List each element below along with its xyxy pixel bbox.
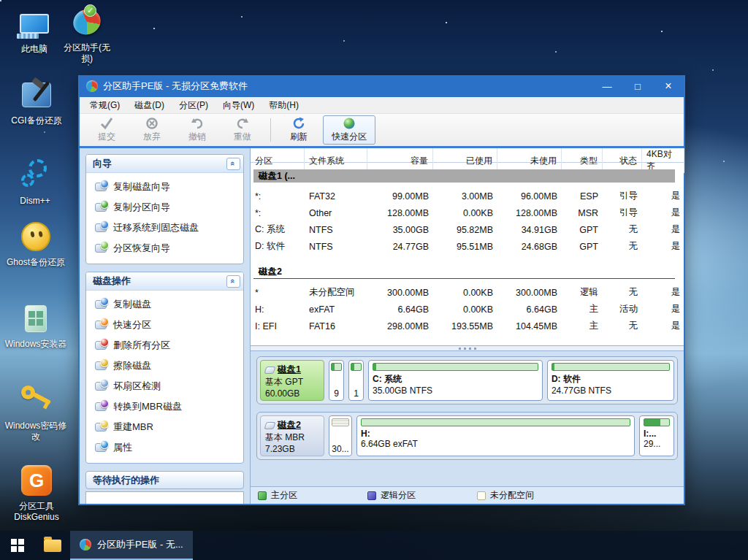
menubar: 常规(G) 磁盘(D) 分区(P) 向导(W) 帮助(H) — [80, 97, 684, 114]
usage-bar — [361, 418, 630, 426]
pending-operations-list[interactable] — [85, 491, 244, 504]
disk-operations-section: 磁盘操作 « 复制磁盘 快速分区 删除所有分区 擦除磁盘 坏扇区检测 转换到MB… — [85, 272, 244, 464]
primary-partition-swatch — [258, 491, 267, 500]
partition-block-h[interactable]: H: 6.64GB exFAT — [356, 415, 635, 456]
titlebar[interactable]: 分区助手PE版 - 无损分区免费软件 — □ × — [80, 75, 684, 97]
undo-icon — [190, 117, 205, 130]
splitter-handle[interactable] — [251, 345, 684, 351]
app-icon — [80, 539, 91, 551]
desktop-icon-partition-assistant[interactable]: ✓ 分区助手(无损) — [60, 4, 114, 64]
menu-partition[interactable]: 分区(P) — [172, 97, 215, 114]
table-row[interactable]: C: 系统NTFS35.00GB95.82MB34.91GBGPT无是 — [251, 221, 684, 238]
usage-bar — [373, 363, 538, 371]
undo-button[interactable]: 撤销 — [176, 115, 218, 145]
copy-partition-wizard-icon — [95, 203, 107, 212]
table-row[interactable]: *未分配空间300.00MB0.00KB300.00MB逻辑无是 — [251, 284, 684, 301]
collapse-icon[interactable]: « — [226, 158, 240, 170]
start-button[interactable] — [0, 531, 35, 560]
partition-block-msr[interactable]: 1 — [348, 360, 364, 401]
disk2-group-header[interactable]: 磁盘2 — [253, 266, 675, 279]
sidebar-item-delete-all-partitions[interactable]: 删除所有分区 — [86, 335, 243, 356]
toolbar-separator — [270, 118, 271, 142]
disk1-label[interactable]: 磁盘1 基本 GPT 60.00GB — [260, 360, 324, 401]
sidebar-item-properties[interactable]: 属性 — [86, 437, 243, 458]
legend-bar: 主分区 逻辑分区 未分配空间 — [251, 486, 684, 504]
sidebar: 向导 « 复制磁盘向导 复制分区向导 迁移系统到固态磁盘 分区恢复向导 磁盘操作… — [80, 148, 251, 504]
file-explorer-button[interactable] — [35, 531, 70, 560]
usage-bar — [351, 363, 362, 371]
sidebar-item-quick-partition[interactable]: 快速分区 — [86, 315, 243, 335]
desktop-icon-windows-installer[interactable]: Windows安装器 — [4, 301, 67, 350]
disk2-label[interactable]: 磁盘2 基本 MBR 7.23GB — [260, 415, 324, 456]
quick-partition-icon — [342, 117, 356, 130]
sidebar-item-bad-sector-check[interactable]: 坏扇区检测 — [86, 376, 243, 396]
desktop-icon-diskgenius[interactable]: G 分区工具DiskGenius — [1, 463, 72, 523]
windows-logo-icon — [11, 539, 24, 552]
sidebar-item-migrate-os-to-ssd[interactable]: 迁移系统到固态磁盘 — [86, 218, 243, 238]
desktop-icon-dism[interactable]: Dism++ — [6, 158, 64, 207]
sidebar-item-copy-partition-wizard[interactable]: 复制分区向导 — [86, 197, 243, 218]
cgi-backup-icon — [22, 77, 51, 112]
partition-recovery-icon — [95, 244, 107, 253]
table-header: 分区 文件系统 容量 已使用 未使用 类型 状态 4KB对齐 — [251, 148, 684, 163]
partition-block-unallocated[interactable]: 30... — [329, 415, 352, 456]
discard-icon — [145, 117, 159, 130]
wizard-section: 向导 « 复制磁盘向导 复制分区向导 迁移系统到固态磁盘 分区恢复向导 — [85, 154, 244, 264]
refresh-button[interactable]: 刷新 — [278, 115, 320, 145]
wizard-section-header[interactable]: 向导 « — [86, 155, 243, 173]
table-row[interactable]: H:exFAT6.64GB0.00KB6.64GB主活动是 — [251, 301, 684, 318]
table-row[interactable]: *:FAT3299.00MB3.00MB96.00MBESP引导是 — [251, 188, 684, 204]
sidebar-item-partition-recovery-wizard[interactable]: 分区恢复向导 — [86, 238, 243, 258]
usage-bar — [644, 418, 670, 426]
table-row[interactable]: *:Other128.00MB0.00KB128.00MBMSR引导是 — [251, 204, 684, 221]
taskbar: 分区助手PE版 - 无... — [0, 531, 748, 560]
menu-general[interactable]: 常规(G) — [83, 97, 127, 114]
desktop-icon-cgi-backup[interactable]: CGI备份还原 — [1, 77, 72, 126]
disk-icon — [264, 367, 275, 374]
redo-button[interactable]: 重做 — [221, 115, 264, 145]
redo-icon — [235, 117, 250, 130]
discard-button[interactable]: 放弃 — [131, 115, 173, 145]
partition-block-d[interactable]: D: 软件 24.77GB NTFS — [547, 360, 674, 401]
maximize-button[interactable]: □ — [622, 75, 653, 97]
close-button[interactable]: × — [653, 75, 684, 97]
table-row[interactable]: I: EFIFAT16298.00MB193.55MB104.45MB主无是 — [251, 318, 684, 334]
convert-to-mbr-icon — [95, 402, 107, 411]
partition-assistant-window: 分区助手PE版 - 无损分区免费软件 — □ × 常规(G) 磁盘(D) 分区(… — [78, 75, 685, 505]
legend-logical-partition: 逻辑分区 — [367, 489, 477, 502]
table-row[interactable]: D: 软件NTFS24.77GB95.51MB24.68GBGPT无是 — [251, 238, 684, 255]
partition-block-c[interactable]: C: 系统 35.00GB NTFS — [368, 360, 543, 401]
taskbar-task-partition-assistant[interactable]: 分区助手PE版 - 无... — [70, 531, 193, 560]
disk2-panel: 磁盘2 基本 MBR 7.23GB 30... H: 6.64GB exFAT — [256, 412, 678, 460]
disk1-group-header[interactable]: 磁盘1 (... — [253, 169, 675, 183]
desktop-icon-windows-password[interactable]: Windows密码修改 — [4, 383, 67, 442]
sidebar-item-copy-disk-wizard[interactable]: 复制磁盘向导 — [86, 177, 243, 197]
quick-partition-button[interactable]: 快速分区 — [323, 115, 375, 145]
menu-disk[interactable]: 磁盘(D) — [127, 97, 172, 114]
folder-icon — [44, 540, 61, 552]
diskgenius-icon: G — [21, 463, 52, 498]
disk-operations-header[interactable]: 磁盘操作 « — [86, 272, 243, 291]
pending-operations-header[interactable]: 等待执行的操作 — [85, 471, 244, 489]
disk1-panel: 磁盘1 基本 GPT 60.00GB 9 1 — [256, 356, 678, 404]
main-panel: 分区 文件系统 容量 已使用 未使用 类型 状态 4KB对齐 磁盘1 (... … — [251, 148, 684, 504]
migrate-os-icon — [95, 223, 107, 232]
logical-partition-swatch — [367, 491, 376, 500]
quick-partition-lightning-icon — [95, 321, 107, 329]
collapse-icon[interactable]: « — [226, 275, 240, 288]
sidebar-item-wipe-disk[interactable]: 擦除磁盘 — [86, 356, 243, 376]
sidebar-item-rebuild-mbr[interactable]: 重建MBR — [86, 417, 243, 437]
rebuild-mbr-icon — [95, 423, 107, 431]
desktop-icon-ghost-backup[interactable]: Ghost备份还原 — [4, 219, 67, 268]
menu-help[interactable]: 帮助(H) — [262, 97, 306, 114]
partition-block-esp[interactable]: 9 — [329, 360, 344, 401]
sidebar-item-convert-to-mbr[interactable]: 转换到MBR磁盘 — [86, 396, 243, 417]
toolbar: 提交 放弃 撤销 重做 刷新 快 — [80, 114, 684, 146]
commit-button[interactable]: 提交 — [85, 115, 128, 145]
menu-wizard[interactable]: 向导(W) — [215, 97, 262, 114]
sidebar-item-copy-disk[interactable]: 复制磁盘 — [86, 294, 243, 315]
desktop-icon-this-pc[interactable]: 此电脑 — [7, 6, 61, 55]
partition-block-i[interactable]: I:... 29... — [639, 415, 674, 456]
disk-icon — [264, 422, 275, 429]
minimize-button[interactable]: — — [592, 75, 622, 97]
